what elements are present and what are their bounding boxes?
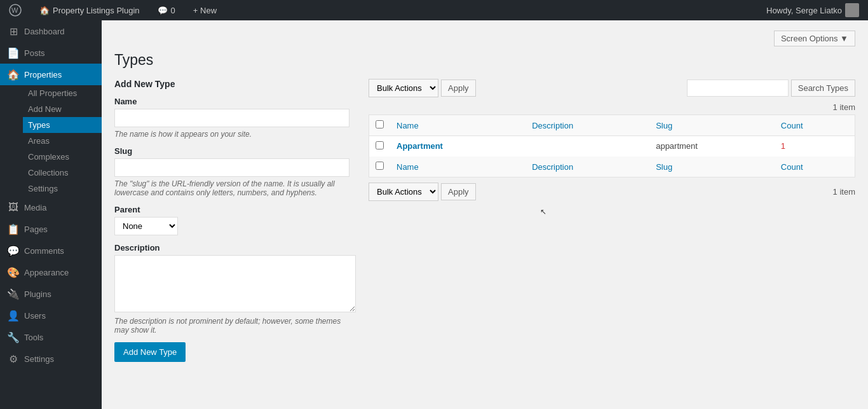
select-all-checkbox[interactable] [376,120,384,128]
form-title: Add New Type [114,79,356,89]
site-name-item[interactable]: 🏠 Property Listings Plugin [36,6,144,15]
screen-options-button[interactable]: Screen Options ▼ [774,31,855,46]
user-greeting-text: Howdy, Serge Liatko [766,6,842,15]
table-footer-row: Name Description Slug Count [369,156,855,177]
cursor-position: ↖ [540,207,546,216]
header-description[interactable]: Description [526,115,649,136]
sidebar: ⊞ Dashboard 📄 Posts 🏠 Properties All Pro… [0,20,102,409]
sidebar-label-dashboard: Dashboard [24,27,65,36]
sidebar-item-areas[interactable]: Areas [23,133,102,149]
sidebar-sub-properties: All Properties Add New Types Areas Compl… [0,85,102,197]
description-textarea[interactable] [114,255,356,312]
sidebar-item-users[interactable]: 👤 Users [0,305,102,326]
user-avatar [845,3,859,17]
sidebar-item-appearance[interactable]: 🎨 Appearance [0,261,102,283]
add-new-type-button[interactable]: Add New Type [114,342,186,362]
appearance-icon: 🎨 [8,267,19,278]
parent-field: Parent None [114,205,356,235]
new-label: + New [193,6,217,15]
bottom-item-count-container: 1 item [833,187,855,197]
sidebar-label-pages: Pages [24,225,48,234]
row-slug: appartment [656,141,698,151]
sidebar-item-tools[interactable]: 🔧 Tools [0,326,102,348]
search-types-button[interactable]: Search Types [791,80,855,97]
sidebar-item-types[interactable]: Types [23,117,102,133]
sidebar-item-pages[interactable]: 📋 Pages [0,218,102,240]
sidebar-item-plugins[interactable]: 🔌 Plugins [0,283,102,305]
bottom-table-controls: Bulk Actions Apply 1 item [369,183,855,201]
sidebar-label-settings: Settings [24,354,54,364]
footer-header-name[interactable]: Name [390,156,526,177]
footer-header-count[interactable]: Count [775,156,855,177]
wp-logo-item[interactable]: W [5,4,25,17]
new-item[interactable]: + New [189,6,220,15]
tools-icon: 🔧 [8,331,19,343]
search-types-input[interactable] [687,80,789,97]
bottom-bulk-actions-select[interactable]: Bulk Actions [369,183,438,201]
media-icon: 🖼 [8,202,19,213]
bottom-apply-button[interactable]: Apply [441,183,476,200]
sidebar-item-posts[interactable]: 📄 Posts [0,42,102,64]
bottom-bulk-controls: Bulk Actions Apply [369,183,476,201]
users-icon: 👤 [8,310,19,321]
description-field: Description The description is not promi… [114,243,356,335]
sidebar-label-plugins: Plugins [24,289,51,299]
sidebar-item-dashboard[interactable]: ⊞ Dashboard [0,20,102,42]
collections-label: Collections [28,168,69,177]
content-area: Add New Type Name The name is how it app… [114,79,855,362]
header-slug[interactable]: Slug [649,115,775,136]
name-input[interactable] [114,109,349,127]
sidebar-item-sub-settings[interactable]: Settings [23,181,102,197]
top-bulk-actions-select[interactable]: Bulk Actions [369,79,438,97]
page-title: Types [114,52,855,69]
comments-count: 0 [171,6,175,15]
settings-icon: ⚙ [8,353,19,364]
sidebar-label-media: Media [24,203,46,212]
row-name-link[interactable]: Appartment [397,141,443,151]
areas-label: Areas [28,136,50,146]
sidebar-label-users: Users [24,311,46,321]
footer-select-all-checkbox[interactable] [376,162,384,170]
sidebar-item-media[interactable]: 🖼 Media [0,197,102,218]
row-checkbox[interactable] [376,141,384,149]
sidebar-item-complexes[interactable]: Complexes [23,149,102,165]
sidebar-item-comments[interactable]: 💬 Comments [0,240,102,261]
comments-item[interactable]: 💬 0 [154,6,179,15]
posts-icon: 📄 [8,47,19,59]
sidebar-label-posts: Posts [24,48,45,58]
row-description-cell [526,136,649,157]
types-table: Name Description Slug Count [369,114,855,177]
name-label: Name [114,97,356,106]
site-name: Property Listings Plugin [53,6,140,15]
sidebar-item-add-new[interactable]: Add New [23,101,102,117]
footer-header-slug[interactable]: Slug [649,156,775,177]
all-properties-label: All Properties [28,88,77,98]
footer-header-description[interactable]: Description [526,156,649,177]
slug-input[interactable] [114,158,349,177]
sidebar-label-appearance: Appearance [24,268,69,277]
row-checkbox-cell [369,136,391,157]
table-row: Appartment appartment 1 [369,136,855,157]
sidebar-label-comments: Comments [24,246,64,256]
sidebar-item-collections[interactable]: Collections [23,165,102,181]
row-count-link[interactable]: 1 [781,141,785,151]
parent-select[interactable]: None [114,217,178,235]
header-count[interactable]: Count [775,115,855,136]
main-content: Screen Options ▼ Types Add New Type Name… [102,20,868,409]
svg-text:W: W [11,6,18,14]
sidebar-item-properties[interactable]: 🏠 Properties [0,64,102,85]
comments-sidebar-icon: 💬 [8,245,19,256]
home-icon: 🏠 [39,6,50,15]
table-header-row: Name Description Slug Count [369,115,855,136]
top-apply-button[interactable]: Apply [441,80,476,97]
header-checkbox-cell [369,115,391,136]
types-table-area: Bulk Actions Apply Search Types 1 [369,79,855,362]
plugins-icon: 🔌 [8,288,19,300]
header-name[interactable]: Name [390,115,526,136]
top-item-count: 1 item [833,102,855,112]
complexes-label: Complexes [28,152,69,162]
sidebar-item-settings[interactable]: ⚙ Settings [0,348,102,370]
user-greeting[interactable]: Howdy, Serge Liatko [763,3,863,17]
sidebar-item-all-properties[interactable]: All Properties [23,85,102,101]
admin-bar: W 🏠 Property Listings Plugin 💬 0 + New H… [0,0,868,20]
